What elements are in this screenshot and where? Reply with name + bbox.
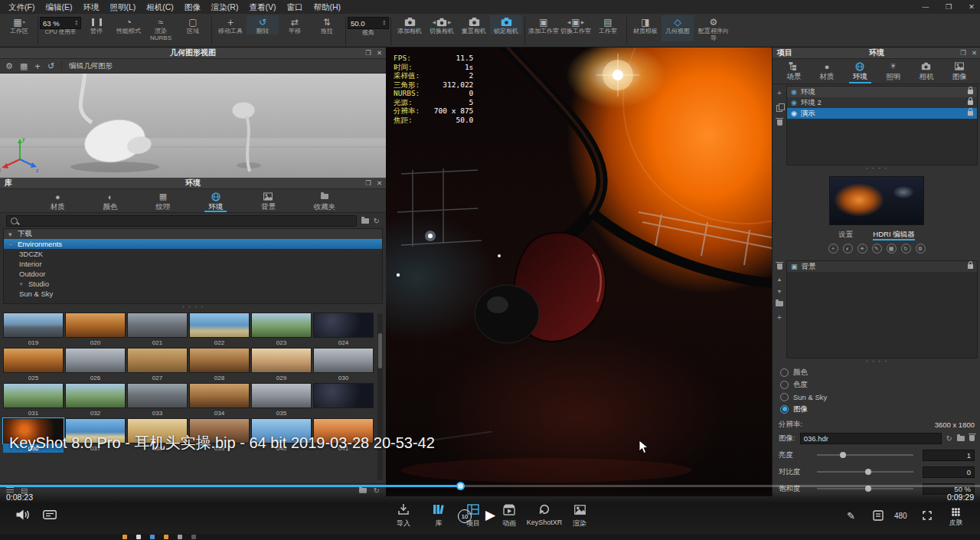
workspace-button[interactable]: ▦▾ 工作区 [3,15,35,34]
taskbar-app-icon[interactable] [191,535,196,539]
tab-lighting[interactable]: ☀照明 [880,59,906,83]
scrollbar-thumb[interactable] [378,333,382,368]
material-template-button[interactable]: ◨ 材质模板 [629,15,662,41]
sun-icon[interactable]: ☀ [858,244,867,254]
slider-knob[interactable] [840,452,846,458]
spinner-arrows-icon[interactable]: ▲▼ [383,20,386,27]
tree-item-downloads[interactable]: ▾下载 [4,229,382,239]
add-folder-icon[interactable] [361,218,369,224]
float-panel-icon[interactable]: ❒ [365,179,371,187]
cpu-usage-control[interactable]: 63 % ▲▼ CPU 使用率 [41,15,80,41]
lock-icon[interactable] [968,90,973,94]
add-icon[interactable]: + [777,313,782,322]
tree-item-sun-sky[interactable]: Sun & Sky [4,289,382,299]
pan-button[interactable]: ⇄ 平移 [279,15,311,34]
radio-icon[interactable] [780,393,789,401]
fov-spinner[interactable]: 50.0 ▲▼ [348,17,389,29]
tab-favorites[interactable]: 收藏夹 [308,189,342,212]
radio-icon[interactable] [780,381,789,389]
add-camera-button[interactable]: 添加相机 [394,15,426,34]
subtab-settings[interactable]: 设置 [838,230,853,241]
dock-animation-button[interactable]: 动画 [492,502,526,529]
splitter-handle[interactable] [773,358,980,365]
duplicate-environment-icon[interactable] [776,105,782,112]
folder-icon[interactable] [776,301,783,306]
env-thumbnail[interactable]: 025 [3,348,64,383]
refresh-icon[interactable]: ↻ [901,244,911,254]
menu-render[interactable]: 渲染(R) [206,0,244,14]
rotate-icon[interactable]: ↺ [47,61,54,71]
close-panel-icon[interactable]: ✕ [377,179,382,187]
cpu-usage-spinner[interactable]: 63 % ▲▼ [40,17,81,29]
tree-item-interior[interactable]: Interior [4,259,382,269]
add-pin-icon[interactable]: + [828,244,838,254]
dock-library-button[interactable]: 库 [422,502,456,529]
env-thumbnail[interactable]: 032 [65,383,126,418]
browse-folder-icon[interactable] [957,436,965,441]
env-thumbnail[interactable]: 020 [65,313,126,348]
option-image[interactable]: 图像 [777,403,976,415]
skin-button[interactable]: 皮肤 [949,507,962,528]
maximize-icon[interactable]: ❒ [937,0,960,14]
close-panel-icon[interactable]: ✕ [972,49,977,57]
tree-item-outdoor[interactable]: Outdoor [4,269,382,279]
remove-image-icon[interactable] [969,435,975,441]
splitter-handle[interactable] [0,304,386,310]
saturation-slider[interactable] [817,488,913,489]
taskbar-app-icon[interactable] [136,535,141,539]
env-thumbnail[interactable]: 033 [127,383,188,418]
slider-knob[interactable] [865,469,871,475]
configurator-wizard-button[interactable]: ⚙ 配置程序向导 [694,15,733,41]
gear-icon[interactable]: ⚙ [916,244,926,254]
image-file-input[interactable]: 036.hdr [800,433,942,444]
geometry-viewport[interactable]: x y z [0,74,386,178]
brightness-slider[interactable] [817,454,913,456]
fov-control[interactable]: 50.0 ▲▼ 视角 [348,15,388,36]
notes-icon[interactable] [873,510,884,521]
env-thumbnail[interactable]: 035 [251,383,312,418]
env-thumbnail[interactable]: 031 [3,383,64,418]
option-chroma[interactable]: 色度 [777,378,976,391]
taskbar-app-icon[interactable] [178,535,182,539]
radio-icon[interactable] [780,368,789,377]
dock-import-button[interactable]: 导入 [387,502,420,529]
menu-file[interactable]: 文件(F) [3,0,40,14]
move-up-icon[interactable]: ▲ [777,277,782,282]
tumble-button[interactable]: ↺ 翻转 [247,15,279,34]
spinner-arrows-icon[interactable]: ▲▼ [75,20,78,27]
menu-edit[interactable]: 编辑(E) [40,0,77,14]
edit-icon[interactable]: ✎ [872,244,882,254]
close-icon[interactable]: ✕ [960,0,980,14]
env-thumbnail[interactable]: 029 [251,348,312,383]
hdri-preview-image[interactable] [829,176,924,225]
expand-icon[interactable]: + [19,280,25,288]
gear-icon[interactable]: ⚙ [5,61,13,71]
menu-lighting[interactable]: 照明(L) [104,0,141,14]
dolly-button[interactable]: ⇅ 推拉 [311,15,343,34]
menu-image[interactable]: 图像 [179,0,206,14]
tab-materials[interactable]: ●材质 [44,189,71,212]
tab-colors[interactable]: ◐颜色 [97,189,124,212]
taskbar-app-icon[interactable] [164,535,168,539]
lock-icon[interactable] [968,111,973,116]
edit-pencil-icon[interactable]: ✎ [847,510,855,522]
switch-camera-button[interactable]: ◀▶ 切换相机 [426,15,458,34]
tree-item-environments[interactable]: −Environments [4,239,382,249]
env-thumbnail[interactable]: 023 [251,313,312,348]
grid-icon[interactable]: ▦ [887,244,897,254]
tree-item-3dczk[interactable]: 3DCZK [4,249,382,259]
quality-button[interactable]: 480 [894,512,907,520]
danmaku-chat-icon[interactable] [43,510,57,521]
menu-environment[interactable]: 环境 [77,0,104,14]
menu-camera[interactable]: 相机(C) [141,0,179,14]
play-icon[interactable]: ▶ [485,507,495,523]
env-thumbnail[interactable]: 019 [3,313,64,348]
env-thumbnail[interactable]: 030 [313,348,374,383]
refresh-icon[interactable]: ↻ [374,217,380,225]
background-layer-item[interactable]: ▣ 背景 [787,261,977,272]
tab-camera[interactable]: 相机 [913,59,939,83]
move-down-icon[interactable]: ▼ [777,289,782,294]
tab-environments[interactable]: 环境 [202,189,229,212]
add-studio-button[interactable]: ▣ 添加工作室 [528,15,560,34]
tab-image[interactable]: 图像 [946,59,973,83]
